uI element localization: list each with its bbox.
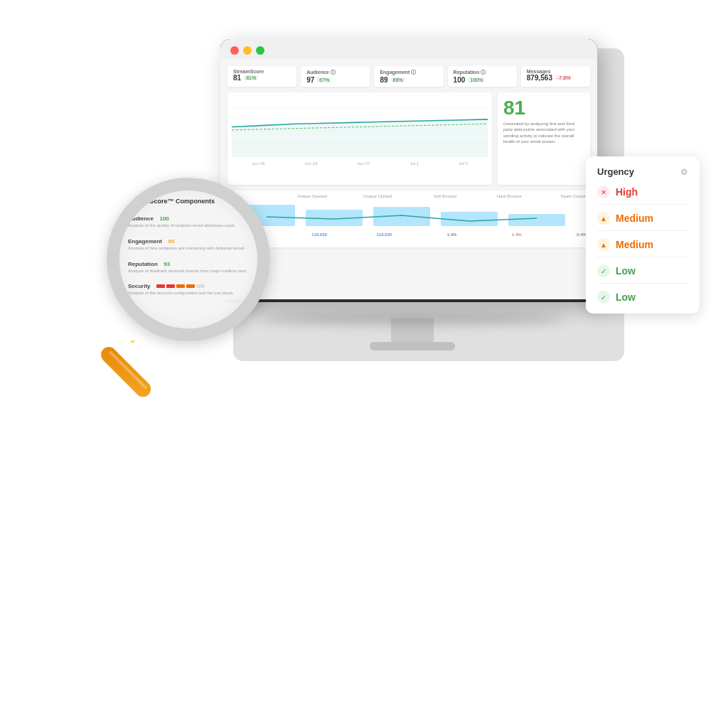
component-engagement-score: 89: [168, 238, 174, 245]
component-security-name: Security: [128, 283, 151, 289]
urgency-level-high: High: [616, 186, 638, 198]
security-bars: [156, 284, 205, 288]
component-reputation-score: 93: [164, 261, 170, 267]
table-row-1: 119,629 119,630 1.0% 1.4% 0.4%: [231, 232, 587, 237]
brand-name: ⚡ SocketLabs: [129, 338, 157, 366]
urgency-item-high: ✕ High: [597, 186, 688, 205]
metric-streamscore-main: 81: [233, 74, 241, 82]
urgency-level-low-1: Low: [616, 265, 636, 277]
metric-engagement: Engagement ⓘ 89 69%: [374, 66, 443, 87]
component-engagement-desc: Analysis of how recipients are interacti…: [128, 246, 249, 252]
urgency-item-medium-2: ▲ Medium: [597, 238, 688, 257]
component-audience: Audience 100 Analysis of the quality of …: [128, 210, 249, 229]
bar-3: [176, 284, 185, 288]
component-reputation: Reputation 93 Analysis of feedback recei…: [128, 256, 249, 274]
chart-date-3: Jun 27: [357, 161, 370, 166]
bar-chart-mini: [231, 201, 587, 230]
metric-streamscore-label: StreamScore: [233, 69, 291, 74]
score-big-number: 81: [503, 98, 584, 118]
table-headers: Unique Opened Unique Clicked Soft Bounce…: [231, 194, 587, 198]
metric-audience-sub: 67%: [317, 77, 331, 82]
component-security-desc: Analysis of the account configuration an…: [128, 291, 249, 296]
bar-2: [166, 284, 175, 288]
traffic-light-green[interactable]: [256, 46, 264, 55]
th-soft-bounce: Soft Bounce: [395, 194, 456, 198]
magnifier-glass: StreamScore™ Components Audience 100 Ana…: [107, 178, 270, 341]
traffic-light-red[interactable]: [230, 46, 239, 55]
metric-reputation: Reputation ⓘ 100 100%: [448, 66, 517, 87]
metric-messages-main: 879,563: [527, 74, 552, 82]
td-unique-clicked-1: 119,630: [330, 232, 392, 237]
metric-engagement-sub: 69%: [391, 77, 405, 82]
svg-rect-9: [508, 214, 565, 226]
metric-engagement-label: Engagement ⓘ: [380, 69, 437, 76]
urgency-icon-medium-1: ▲: [597, 212, 610, 225]
magnifier-content: StreamScore™ Components Audience 100 Ana…: [119, 191, 257, 328]
urgency-level-medium-2: Medium: [616, 239, 653, 250]
component-engagement-name: Engagement: [128, 238, 162, 245]
bar-1: [156, 284, 165, 288]
component-audience-desc: Analysis of the quality of recipient ema…: [128, 223, 249, 229]
urgency-icon-low-1: ✓: [597, 264, 610, 277]
traffic-lights: [220, 39, 597, 59]
component-engagement: Engagement 89 Analysis of how recipients…: [128, 233, 249, 252]
component-audience-score: 100: [159, 215, 168, 222]
score-description: Generated by analyzing first and third p…: [503, 121, 584, 145]
chart-date-4: Jul 1: [410, 161, 419, 166]
metric-audience-label: Audience ⓘ: [306, 69, 364, 76]
td-hard-bounce-1: 1.4%: [459, 232, 521, 237]
td-soft-bounce-1: 1.0%: [395, 232, 456, 237]
th-unique-clicked: Unique Clicked: [330, 194, 392, 198]
urgency-card: Urgency ⚙ ✕ High ▲ Medium ▲ Medium ✓ Low…: [586, 156, 700, 314]
metric-streamscore-sub: 81%: [244, 75, 258, 80]
urgency-icon-medium-2: ▲: [597, 238, 610, 251]
urgency-level-medium-1: Medium: [616, 213, 653, 224]
th-spam: Spam Compl.: [525, 194, 587, 198]
metric-reputation-sub: 100%: [468, 77, 485, 82]
component-reputation-name: Reputation: [128, 261, 158, 267]
traffic-light-yellow[interactable]: [243, 46, 252, 55]
th-hard-bounce: Hard Bounce: [459, 194, 521, 198]
metric-messages: Messages 879,563 -7.8%: [521, 66, 590, 87]
chart-section: Jun 18 Jun 23 Jun 27 Jul 1 Jul 5 81 Gene…: [228, 92, 590, 185]
chart-date-2: Jun 23: [304, 161, 317, 166]
urgency-level-low-2: Low: [616, 291, 636, 303]
score-panel: 81 Generated by analyzing first and thir…: [498, 92, 590, 185]
metric-engagement-main: 89: [380, 76, 387, 84]
metrics-bar: StreamScore 81 81% Audience ⓘ 97 67% Eng…: [228, 66, 590, 87]
bar-5: [196, 284, 205, 288]
magnifier-title: StreamScore™ Components: [128, 198, 249, 205]
urgency-item-low-1: ✓ Low: [597, 264, 688, 284]
urgency-item-medium-1: ▲ Medium: [597, 212, 688, 231]
metric-audience-main: 97: [306, 76, 314, 84]
monitor-bottom-shadow: [259, 312, 566, 325]
metric-messages-sub: -7.8%: [555, 75, 572, 80]
urgency-header: Urgency ⚙: [597, 166, 688, 177]
chart-date-1: Jun 18: [252, 161, 264, 166]
metric-reputation-label: Reputation ⓘ: [454, 69, 511, 76]
chart-dates: Jun 18 Jun 23 Jun 27 Jul 1 Jul 5: [232, 161, 488, 166]
urgency-item-low-2: ✓ Low: [597, 291, 688, 304]
metric-audience: Audience ⓘ 97 67%: [301, 66, 370, 87]
gear-icon[interactable]: ⚙: [680, 167, 688, 177]
metric-streamscore: StreamScore 81 81%: [228, 66, 296, 87]
chart-date-5: Jul 5: [459, 161, 468, 166]
urgency-icon-low-2: ✓: [597, 291, 610, 304]
magnifier: StreamScore™ Components Audience 100 Ana…: [85, 178, 284, 377]
line-chart-area: Jun 18 Jun 23 Jun 27 Jul 1 Jul 5: [228, 92, 492, 185]
monitor-stand-base: [370, 342, 455, 350]
component-security: Security Analysis of the account configu…: [128, 278, 249, 296]
metric-reputation-main: 100: [454, 76, 466, 84]
urgency-title: Urgency: [597, 166, 634, 177]
bar-4: [186, 284, 195, 288]
metric-messages-label: Messages: [527, 69, 584, 74]
component-audience-name: Audience: [128, 215, 154, 222]
td-spam-1: 0.4%: [525, 232, 587, 237]
urgency-icon-high: ✕: [597, 186, 610, 198]
brand-on-handle: ⚡ SocketLabs: [127, 333, 161, 368]
line-chart-svg: [232, 97, 488, 157]
component-reputation-desc: Analysis of feedback received directly f…: [128, 269, 249, 274]
